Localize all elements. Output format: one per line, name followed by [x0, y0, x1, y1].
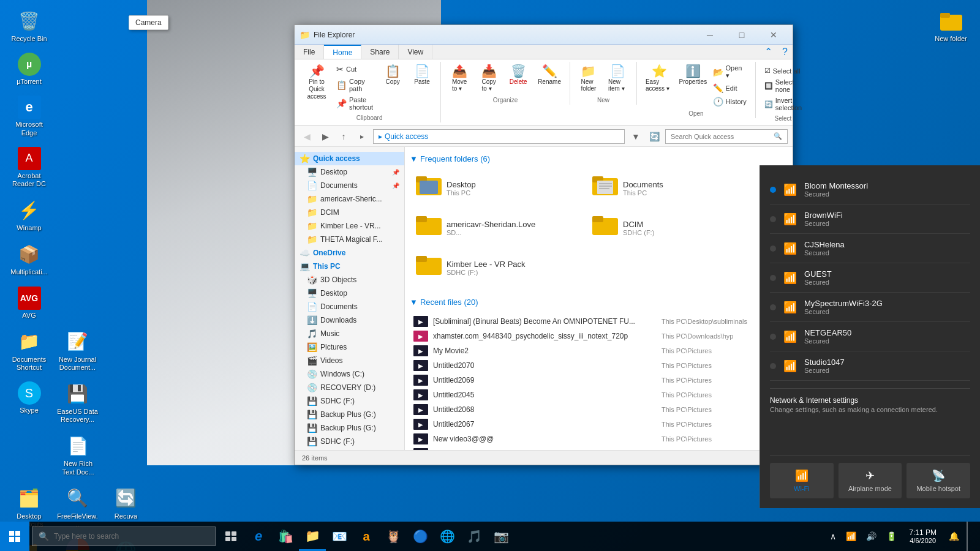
recent-item-1[interactable]: ▶ [Subliminal] (Binural Beats) Become An…	[410, 314, 788, 329]
wifi-network-studio[interactable]: 📶 Studio1047 Secured	[770, 351, 970, 381]
sidebar-item-desktop[interactable]: 🖥️ Desktop 📌	[295, 165, 404, 179]
desktop-icon-skype[interactable]: S Skype	[6, 379, 52, 426]
address-refresh-button[interactable]: 🔄	[647, 129, 662, 144]
sidebar-item-documents2[interactable]: 📄 Documents	[295, 300, 404, 313]
delete-button[interactable]: 🗑️ Delete	[505, 63, 532, 87]
paste-shortcut-button[interactable]: 📌 Paste shortcut	[333, 95, 377, 112]
ribbon-collapse-button[interactable]: ⌃	[760, 45, 777, 59]
sidebar-item-americavr[interactable]: 📁 americavr-Sheric...	[295, 192, 404, 206]
taskbar-file-explorer[interactable]: 📁	[299, 522, 326, 551]
sidebar-item-3d-objects[interactable]: 🎲 3D Objects	[295, 273, 404, 287]
show-desktop-button[interactable]	[967, 522, 973, 551]
desktop-icon-avg[interactable]: AVG AVG	[6, 284, 52, 322]
desktop-icon-recycle-bin[interactable]: 🗑️ Recycle Bin	[6, 6, 52, 45]
sidebar-item-theta[interactable]: 📁 THETA Magical F...	[295, 233, 404, 246]
desktop-icon-easeus[interactable]: 💾 EaseUS Data Recovery...	[55, 379, 100, 426]
taskbar-search-bar[interactable]: 🔍	[32, 527, 216, 546]
sidebar-item-quick-access[interactable]: ⭐ Quick access	[295, 152, 404, 165]
minimize-button[interactable]: ─	[696, 26, 724, 43]
sidebar-item-pictures[interactable]: 🖼️ Pictures	[295, 340, 404, 354]
easy-access-button[interactable]: ⭐ Easy access ▾	[642, 63, 677, 94]
sidebar-item-recovery-d[interactable]: 💿 RECOVERY (D:)	[295, 381, 404, 394]
sidebar-item-this-pc[interactable]: 💻 This PC	[295, 260, 404, 273]
sidebar-item-documents[interactable]: 📄 Documents 📌	[295, 179, 404, 192]
sidebar-item-backup-g1[interactable]: 💾 Backup Plus (G:)	[295, 408, 404, 421]
move-to-button[interactable]: 📤 Moveto ▾	[446, 63, 473, 94]
sidebar-item-kimber-lee[interactable]: 📁 Kimber Lee - VR...	[295, 219, 404, 233]
recent-item-8[interactable]: ▶ Untitled2067 This PC\Pictures	[410, 417, 788, 432]
copy-path-button[interactable]: 📋 Copy path	[333, 77, 377, 94]
close-button[interactable]: ✕	[760, 26, 788, 43]
taskbar-media[interactable]: 🎵	[461, 522, 488, 551]
desktop-icon-winamp[interactable]: ⚡ Winamp	[6, 195, 52, 234]
recent-item-4[interactable]: ▶ Untitled2070 This PC\Pictures	[410, 358, 788, 373]
sidebar-item-windows-c[interactable]: 💿 Windows (C:)	[295, 367, 404, 381]
taskbar-task-view[interactable]	[218, 522, 245, 551]
history-button[interactable]: 🕐 History	[709, 96, 750, 108]
tray-network-icon[interactable]: 📶	[843, 529, 859, 544]
recent-item-9[interactable]: ▶ New video3@@@ This PC\Pictures	[410, 432, 788, 446]
tab-file[interactable]: File	[295, 45, 324, 59]
paste-button[interactable]: 📄 Paste	[409, 63, 435, 87]
back-button[interactable]: ◀	[300, 129, 314, 144]
folder-card-americavr[interactable]: americavr-Sheridan.Love SD...	[410, 211, 581, 246]
sidebar-item-sdhc-f2[interactable]: 💾 SDHC (F:)	[295, 435, 404, 448]
address-breadcrumb[interactable]: ▸ Quick access	[373, 129, 625, 144]
tab-share[interactable]: Share	[361, 45, 399, 59]
taskbar-camera-tb[interactable]: 📷	[488, 522, 514, 551]
desktop-icon-utorrent[interactable]: µ µTorrent	[6, 50, 52, 88]
search-input[interactable]	[671, 133, 771, 140]
recent-files-section[interactable]: ▼ Recent files (20)	[410, 295, 788, 309]
desktop-icon-new-folder-right[interactable]: New folder	[928, 6, 974, 45]
desktop-icon-new-rich[interactable]: 📄 New Rich Text Doc...	[55, 431, 101, 478]
cut-button[interactable]: ✂ Cut	[333, 63, 377, 75]
sidebar-item-downloads[interactable]: ⬇️ Downloads	[295, 313, 404, 327]
forward-button[interactable]: ▶	[318, 129, 333, 144]
new-folder-button[interactable]: 📁 Newfolder	[575, 63, 602, 94]
tab-home[interactable]: Home	[324, 45, 361, 59]
sidebar-item-desktop2[interactable]: 🖥️ Desktop	[295, 287, 404, 300]
start-button[interactable]	[0, 522, 29, 551]
mobile-hotspot-button[interactable]: 📡 Mobile hotspot	[907, 463, 970, 498]
desktop-icon-multi[interactable]: 📦 Multiplicati...	[6, 239, 52, 279]
sidebar-item-sdhc-f[interactable]: 💾 SDHC (F:)	[295, 394, 404, 408]
copy-button[interactable]: 📋 Copy	[379, 63, 406, 87]
taskbar-browser2[interactable]: 🌐	[434, 522, 461, 551]
invert-selection-button[interactable]: 🔄 Invert selection	[761, 96, 805, 113]
recent-item-5[interactable]: ▶ Untitled2069 This PC\Pictures	[410, 373, 788, 388]
wifi-network-cjs[interactable]: 📶 CJSHelena Secured	[770, 234, 970, 263]
tray-battery-icon[interactable]: 🔋	[884, 529, 899, 544]
recent-item-7[interactable]: ▶ Untitled2068 This PC\Pictures	[410, 402, 788, 417]
up-button[interactable]: ↑	[336, 129, 351, 144]
frequent-folders-section[interactable]: ▼ Frequent folders (6)	[410, 152, 788, 166]
tray-volume-icon[interactable]: 🔊	[864, 529, 879, 544]
search-box[interactable]: 🔍	[665, 129, 788, 144]
folder-card-dcim[interactable]: DCIM SDHC (F:)	[586, 211, 758, 246]
recent-item-3[interactable]: ▶ My Movie2 This PC\Pictures	[410, 343, 788, 358]
help-button[interactable]: ?	[777, 45, 793, 59]
tab-view[interactable]: View	[399, 45, 432, 59]
select-none-button[interactable]: 🔲 Select none	[761, 77, 805, 94]
sidebar-item-onedrive[interactable]: ☁️ OneDrive	[295, 246, 404, 260]
taskbar-store[interactable]: 🛍️	[272, 522, 299, 551]
folder-card-kimber[interactable]: Kimber Lee - VR Pack SDHC (F:)	[410, 250, 581, 285]
tray-up-arrow[interactable]: ∧	[827, 529, 839, 544]
address-dropdown-button[interactable]: ▼	[628, 129, 643, 144]
recent-item-2[interactable]: ▶ xhamster.com_9448340_psychodelic_sissy…	[410, 329, 788, 343]
taskbar-app-6[interactable]: 🔵	[407, 522, 434, 551]
maximize-button[interactable]: □	[728, 26, 756, 43]
select-all-button[interactable]: ☑ Select all	[761, 66, 805, 76]
tray-notification-icon[interactable]: 🔔	[946, 529, 962, 544]
airplane-mode-button[interactable]: ✈ Airplane mode	[839, 463, 902, 498]
sidebar-item-dcim[interactable]: 📁 DCIM	[295, 206, 404, 219]
wifi-network-bloom[interactable]: 📶 Bloom Montessori Secured	[770, 175, 970, 204]
desktop-icon-new-journal[interactable]: 📝 New Journal Document...	[55, 327, 100, 374]
wifi-toggle-button[interactable]: 📶 Wi-Fi	[770, 463, 834, 498]
desktop-icon-acrobat[interactable]: A Acrobat Reader DC	[6, 144, 52, 190]
taskbar-tripadvisor[interactable]: 🦉	[380, 522, 407, 551]
wifi-network-myspectrum[interactable]: 📶 MySpectrumWiFi3-2G Secured	[770, 293, 970, 322]
properties-button[interactable]: ℹ️ Properties	[679, 63, 706, 87]
network-settings[interactable]: Network & Internet settings Change setti…	[770, 388, 970, 413]
open-button[interactable]: 📂 Open ▾	[709, 63, 750, 81]
copy-to-button[interactable]: 📥 Copyto ▾	[475, 63, 502, 94]
